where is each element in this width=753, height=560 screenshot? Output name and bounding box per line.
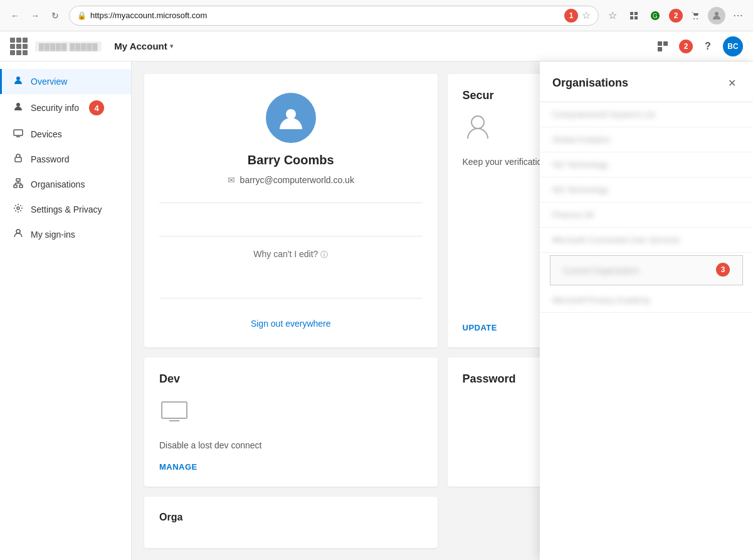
svg-rect-16: [15, 157, 21, 162]
edit-link[interactable]: Why can't I edit? ⓘ: [253, 249, 328, 260]
address-bar[interactable]: 🔒 https://myaccount.microsoft.com 1 ☆: [69, 6, 599, 26]
panel-header: Organisations ✕: [540, 61, 753, 102]
sidebar-item-my-sign-ins[interactable]: My sign-ins: [0, 222, 131, 247]
sidebar-settings-label: Settings & Privacy: [31, 204, 102, 214]
sidebar-item-organisations[interactable]: Organisations: [0, 172, 131, 197]
devices-card-icon: [159, 396, 423, 431]
sidebar-item-security-info[interactable]: Security info 4: [0, 94, 131, 122]
sidebar: Overview Security info 4 Devices Passwor…: [0, 61, 132, 560]
svg-rect-14: [14, 130, 23, 135]
profile-divider2: [159, 236, 423, 236]
ms-title[interactable]: My Account ▾: [114, 41, 172, 51]
more-options-button[interactable]: ⋯: [729, 7, 747, 24]
svg-point-6: [693, 18, 695, 19]
svg-point-26: [286, 109, 296, 119]
close-panel-button[interactable]: ✕: [723, 74, 740, 92]
browser-actions: ☆ G 2 ⋯: [604, 7, 747, 24]
org-item-4[interactable]: NG Technology: [540, 177, 753, 203]
annotation-badge-1: 1: [564, 9, 578, 23]
waffle-menu[interactable]: [10, 38, 28, 55]
user-avatar-button[interactable]: BC: [723, 36, 743, 56]
favorites-icon[interactable]: ☆: [604, 7, 621, 24]
svg-point-8: [715, 12, 719, 16]
org-item-7[interactable]: Current Organisation 3: [550, 255, 743, 285]
my-account-title: My Account: [114, 41, 167, 51]
devices-manage-button[interactable]: MANAGE: [159, 462, 423, 472]
sidebar-item-devices[interactable]: Devices: [0, 122, 131, 147]
devices-icon: [12, 128, 24, 140]
organisations-icon: [12, 178, 24, 191]
panel-title: Organisations: [552, 77, 628, 90]
org-item-5[interactable]: Pharma UK: [540, 203, 753, 228]
sign-out-link[interactable]: Sign out everywhere: [251, 306, 331, 329]
profile-divider: [159, 203, 423, 203]
settings-privacy-icon: [12, 203, 24, 216]
sidebar-security-label: Security info: [31, 103, 79, 113]
highlighted-org-container: Current Organisation 3: [540, 253, 753, 288]
lock-icon: 🔒: [77, 11, 87, 20]
devices-card-desc: Disable a lost dev connect: [159, 439, 423, 452]
org-item-2[interactable]: Global Analytics: [540, 127, 753, 152]
browser-profile-button[interactable]: [708, 7, 725, 24]
org-item-3[interactable]: NG Technology: [540, 152, 753, 177]
network-icon-btn[interactable]: [653, 36, 673, 56]
svg-rect-9: [658, 41, 662, 46]
url-text: https://myaccount.microsoft.com: [90, 11, 561, 20]
sign-out-divider: [159, 298, 423, 298]
annotation-badge-4: 4: [89, 100, 104, 115]
org-item-1[interactable]: Computerworld Systems Ltd: [540, 102, 753, 127]
svg-point-24: [17, 207, 19, 209]
sidebar-item-password[interactable]: Password: [0, 147, 131, 172]
back-button[interactable]: ←: [6, 7, 24, 24]
browser-chrome: ← → ↻ 🔒 https://myaccount.microsoft.com …: [0, 0, 753, 31]
sidebar-item-settings-privacy[interactable]: Settings & Privacy: [0, 197, 131, 222]
profile-name: Barry Coombs: [248, 153, 334, 167]
main-layout: Overview Security info 4 Devices Passwor…: [0, 61, 753, 560]
sidebar-overview-label: Overview: [31, 77, 67, 87]
ms-logo: ▓▓▓▓▓ ▓▓▓▓▓: [35, 41, 102, 51]
extensions-icon[interactable]: G: [646, 7, 664, 24]
devices-card: Devices Disable a lost dev connect MANAG…: [144, 357, 438, 487]
devices-card-title: Devices: [159, 372, 423, 386]
svg-rect-10: [663, 41, 668, 46]
profile-card: Barry Coombs ✉ barryc@computerworld.co.u…: [144, 74, 438, 347]
organisations-panel: Organisations ✕ Computerworld Systems Lt…: [540, 61, 753, 560]
sidebar-devices-label: Devices: [31, 129, 62, 139]
ms-logo-text: ▓▓▓▓▓ ▓▓▓▓▓: [35, 41, 102, 51]
svg-rect-19: [19, 185, 23, 188]
close-icon: ✕: [728, 77, 736, 89]
ms-appbar: ▓▓▓▓▓ ▓▓▓▓▓ My Account ▾ 2 ? BC: [0, 31, 753, 61]
annotation-badge-2: 2: [669, 9, 683, 23]
svg-rect-0: [630, 12, 633, 15]
forward-button[interactable]: →: [26, 7, 44, 24]
svg-rect-2: [630, 16, 633, 19]
svg-point-7: [697, 18, 698, 19]
sidebar-password-label: Password: [31, 154, 69, 164]
svg-rect-1: [635, 12, 638, 15]
appbar-right: 2 ? BC: [653, 36, 743, 56]
email-text: barryc@computerworld.co.uk: [240, 175, 354, 185]
nav-buttons: ← → ↻: [6, 7, 64, 24]
svg-rect-11: [658, 47, 662, 51]
annotation-badge-2b: 2: [679, 40, 693, 53]
star-icon[interactable]: ☆: [582, 9, 591, 21]
org-item-8[interactable]: Microsoft Privacy Academy: [540, 288, 753, 313]
svg-rect-17: [16, 179, 20, 181]
shopping-icon[interactable]: [687, 7, 704, 24]
collections-icon[interactable]: [625, 7, 643, 24]
svg-rect-3: [635, 16, 638, 19]
org-item-6[interactable]: Microsoft Connected User Services: [540, 228, 753, 253]
sidebar-sign-ins-label: My sign-ins: [31, 230, 75, 240]
title-chevron: ▾: [170, 43, 173, 50]
bottom-left-title: Organisations: [159, 512, 423, 523]
sidebar-item-overview[interactable]: Overview: [0, 69, 131, 94]
svg-point-12: [16, 77, 20, 80]
security-info-icon: [12, 102, 24, 114]
svg-point-25: [16, 230, 20, 233]
sidebar-organisations-label: Organisations: [31, 179, 85, 189]
refresh-button[interactable]: ↻: [46, 7, 64, 24]
info-icon: ⓘ: [320, 250, 328, 259]
help-button[interactable]: ?: [698, 36, 718, 56]
sign-ins-icon: [12, 228, 24, 241]
bottom-left-card: Organisations: [144, 497, 438, 548]
